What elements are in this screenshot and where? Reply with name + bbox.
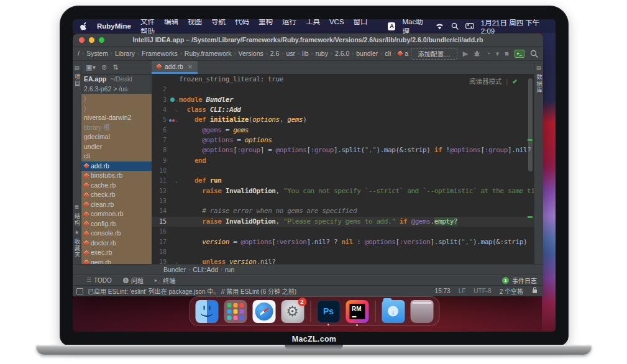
project-tree-root[interactable]: EA.app ~/Deskt — [81, 75, 152, 84]
tool-window-database[interactable]: 数据库 — [534, 74, 543, 94]
fold-chevron-icon[interactable]: ⌄ — [175, 107, 178, 112]
dock-downloads-icon[interactable]: ↓ — [382, 300, 405, 323]
tree-item-cache.rb[interactable]: cache.rb — [81, 181, 152, 191]
breadcrumb-item[interactable]: lib — [302, 50, 309, 57]
fold-chevron-icon[interactable]: ⌄ — [175, 98, 178, 102]
editor-scrollbar[interactable] — [528, 78, 533, 171]
breadcrumb-item[interactable]: usr — [286, 50, 295, 57]
lock-icon[interactable] — [533, 289, 537, 293]
dock-photoshop-icon[interactable]: Ps — [317, 300, 340, 323]
tree-item-console.rb[interactable]: console.rb — [81, 229, 152, 239]
menu-item-工具[interactable]: 工具 — [306, 19, 320, 25]
breadcrumb-current-file[interactable]: a — [405, 50, 408, 57]
tree-item-gem.rb[interactable]: gem.rb — [81, 258, 152, 265]
breadcrumb-item[interactable]: ruby — [315, 50, 327, 57]
dock-launchpad-icon[interactable] — [224, 300, 247, 323]
editor-breadcrumb-item[interactable]: CLI::Add — [193, 266, 218, 273]
tree-item-2.6.3-p62 > /us[interactable]: 2.6.3-p62 > /us — [81, 84, 152, 94]
tree-item-undler[interactable]: undler — [81, 142, 152, 152]
window-title-bar[interactable]: IntelliJ IDEA.app – /System/Library/Fram… — [73, 34, 543, 47]
profiler-icon[interactable]: ◔ — [486, 50, 490, 57]
menu-item-编辑[interactable]: 编辑 — [164, 19, 178, 25]
code-editor[interactable]: frozen_string_literal: true23⌄module Bun… — [152, 75, 534, 264]
editor-breadcrumb-item[interactable]: Bundler — [163, 266, 186, 273]
caret-position[interactable]: 15:73 — [435, 288, 451, 294]
input-source-icon[interactable]: A — [388, 22, 395, 30]
tree-item-library 根[interactable]: library 根 — [81, 123, 152, 133]
tab-close-icon[interactable]: ✕ — [188, 63, 193, 70]
breadcrumb-item[interactable]: Library — [115, 50, 135, 57]
tree-item-add.rb[interactable]: add.rb — [81, 162, 152, 171]
menu-item-代码[interactable]: 代码 — [235, 19, 249, 25]
tree-item-binstubs.rb[interactable]: binstubs.rb — [81, 171, 152, 181]
run-dropdown-chevron-icon[interactable]: ▾ — [496, 50, 500, 57]
breadcrumb-item[interactable]: bundler — [356, 50, 378, 57]
status-message[interactable]: 已启用 ESLint: 'eslint' 列出在 package.json 中。… — [88, 286, 296, 296]
run-icon[interactable]: ▶ — [463, 50, 468, 57]
tree-item-config.rb[interactable]: config.rb — [81, 219, 152, 229]
fold-chevron-icon[interactable]: ⌄ — [175, 179, 178, 184]
tree-item-niversal-darwin2[interactable]: niversal-darwin2 — [81, 113, 152, 123]
terminal-toolbar-icon[interactable]: ▸_ — [515, 50, 524, 58]
tree-item-)[interactable]: ) — [81, 94, 152, 104]
editor-breadcrumb-item[interactable]: run — [225, 266, 234, 273]
fold-chevron-icon[interactable]: ⌄ — [175, 260, 178, 264]
breadcrumb-item[interactable]: System — [86, 50, 108, 57]
panel-settings-icon[interactable]: ⊛ — [101, 63, 107, 71]
menu-item-窗口[interactable]: 窗口 — [354, 19, 368, 25]
tree-item-check.rb[interactable]: check.rb — [81, 190, 152, 200]
breadcrumb-item[interactable]: 2.6 — [270, 50, 280, 57]
maximize-button[interactable] — [99, 37, 104, 43]
tree-item-exec.rb[interactable]: exec.rb — [81, 248, 152, 258]
stop-icon[interactable]: ■ — [505, 50, 509, 57]
tool-window-structure[interactable]: 结构 — [73, 213, 81, 226]
tool-button-终端[interactable]: ▸_终端 — [155, 276, 176, 285]
menu-item-重构[interactable]: 重构 — [259, 19, 273, 25]
tool-button-问题[interactable]: !问题 — [123, 276, 144, 285]
menu-item-VCS[interactable]: VCS — [329, 19, 344, 25]
menu-app-name[interactable]: RubyMine — [97, 22, 131, 30]
apple-menu-icon[interactable] — [80, 22, 88, 30]
collapse-all-icon[interactable]: ⇅ — [112, 63, 118, 71]
dock-rubymine-icon[interactable]: RM — [346, 300, 368, 323]
line-separator[interactable]: LF — [459, 288, 466, 294]
breadcrumb-item[interactable]: Versions — [238, 50, 263, 57]
event-log-button[interactable]: 1 事件日志 — [502, 276, 537, 285]
menu-clock[interactable]: 1月21日 周四 下午2:09 — [481, 19, 548, 35]
debug-icon[interactable] — [474, 50, 480, 57]
file-encoding[interactable]: UTF-8 — [474, 288, 491, 294]
run-configuration-button[interactable]: 添加配置… — [411, 48, 457, 60]
dock-system-preferences-icon[interactable]: ⚙ 2 — [281, 300, 304, 323]
tree-item-gdecimal[interactable]: gdecimal — [81, 132, 152, 142]
menu-item-文件[interactable]: 文件 — [140, 19, 155, 25]
close-button[interactable] — [79, 37, 85, 43]
wifi-icon[interactable] — [435, 23, 444, 30]
dock-safari-icon[interactable] — [252, 300, 275, 323]
tree-item-)[interactable]: ) — [81, 104, 152, 114]
menu-item-运行[interactable]: 运行 — [282, 19, 296, 25]
search-everywhere-icon[interactable] — [530, 50, 538, 58]
menu-item-视图[interactable]: 视图 — [188, 19, 202, 25]
minimize-button[interactable] — [89, 37, 94, 43]
breadcrumb-item[interactable]: cli — [385, 50, 391, 57]
breadcrumb-item[interactable]: / — [78, 50, 80, 57]
dock-trash-icon[interactable] — [410, 300, 433, 323]
reader-mode-indicator[interactable]: 阅读器模式 | ✔ — [469, 76, 518, 86]
spotlight-search-icon[interactable] — [451, 22, 459, 30]
indent-setting[interactable]: 2 个空格 — [500, 286, 523, 296]
tool-window-favorites[interactable]: 收藏夹 — [73, 239, 81, 258]
tree-item-clean.rb[interactable]: clean.rb — [81, 200, 152, 210]
tree-item-common.rb[interactable]: common.rb — [81, 209, 152, 219]
tool-button-TODO[interactable]: ☰TODO — [86, 276, 112, 285]
tree-item-cli[interactable]: cli — [81, 152, 152, 162]
control-center-icon[interactable] — [465, 23, 474, 29]
tool-window-project[interactable]: 项目 — [73, 74, 81, 87]
fold-chevron-icon[interactable]: ⌄ — [175, 118, 178, 123]
breadcrumb-item[interactable]: 2.6.0 — [335, 50, 349, 57]
breadcrumb-item[interactable]: Frameworks — [142, 50, 178, 57]
dock-finder-icon[interactable] — [195, 300, 218, 323]
menu-item-导航[interactable]: 导航 — [211, 19, 226, 25]
tab-add-rb[interactable]: add.rb ✕ — [152, 61, 198, 74]
breadcrumb-item[interactable]: Ruby.framework — [185, 50, 232, 57]
tree-item-doctor.rb[interactable]: doctor.rb — [81, 239, 152, 248]
